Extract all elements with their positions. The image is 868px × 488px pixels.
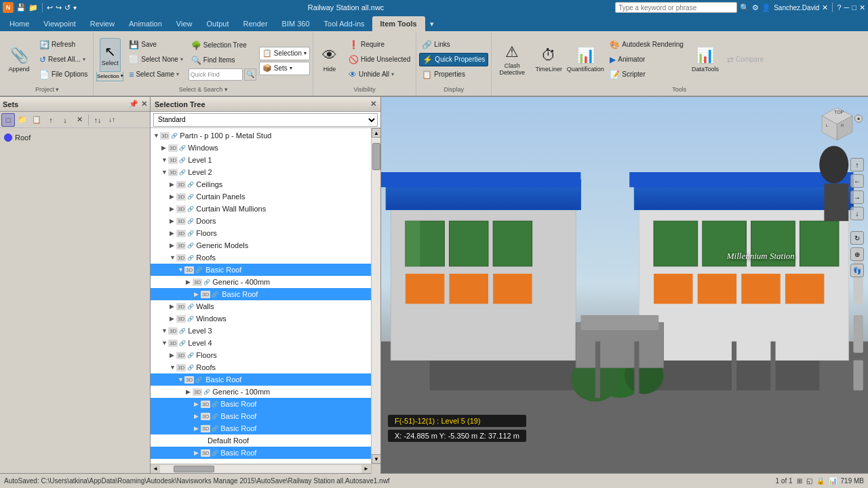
tree-row-basic-roof-l4[interactable]: ▼ 3D 🔗 Basic Roof (151, 373, 371, 386)
timeliner-button[interactable]: ⏱ TimeLiner (534, 38, 564, 81)
tree-row-basic-roof-2[interactable]: ▶ 3D 🔗 Basic Roof (151, 288, 371, 300)
hscroll-right-btn[interactable]: ► (361, 464, 371, 474)
quick-access-extra[interactable]: ▾ (73, 4, 77, 12)
tab-bim360[interactable]: BIM 360 (275, 16, 317, 31)
sort-asc-btn[interactable]: ↑↓ (91, 113, 104, 127)
status-icon3[interactable]: 🔒 (816, 477, 825, 485)
refresh-button[interactable]: 🔄 Refresh (37, 38, 90, 52)
tree-row-generic-400[interactable]: ▶ 3D 🔗 Generic - 400mm (151, 276, 371, 288)
animator-button[interactable]: ▶ Animator (607, 53, 686, 66)
tree-row-curtain-panels[interactable]: ▶ 3D 🔗 Curtain Panels (151, 190, 371, 203)
selection-label-btn[interactable]: 📋 Selection ▾ (259, 47, 310, 60)
append-button[interactable]: 📎 Append (4, 38, 34, 81)
unhide-all-dropdown[interactable]: ▾ (391, 71, 394, 77)
links-button[interactable]: 🔗 Links (419, 38, 488, 52)
datatools-button[interactable]: 📊 DataTools (690, 38, 720, 81)
delete-set-btn[interactable]: ✕ (73, 113, 86, 127)
pan-up-btn[interactable]: ↑ (850, 158, 864, 171)
tree-row-basic-roof-l4b[interactable]: ▶ 3D 🔗 Basic Roof (151, 410, 371, 422)
quick-access-redo[interactable]: ↪ (56, 3, 62, 12)
tab-view[interactable]: View (170, 16, 199, 31)
nav-cube-box[interactable]: TOP R L (815, 102, 859, 146)
pan-down-btn[interactable]: ↓ (850, 207, 864, 220)
quick-properties-button[interactable]: ⚡ Quick Properties (419, 53, 488, 66)
tab-tooladdins[interactable]: Tool Add-ins (317, 16, 372, 31)
select-dropdown-btn[interactable]: Selection ▾ (96, 72, 123, 81)
quick-find-btn[interactable]: 🔍 (244, 68, 256, 81)
select-same-button[interactable]: ≡ Select Same ▾ (126, 68, 185, 81)
tree-row-generic-models[interactable]: ▶ 3D 🔗 Generic Models (151, 239, 371, 251)
tab-animation[interactable]: Animation (122, 16, 169, 31)
viewport[interactable]: Millennium Station TOP (381, 97, 868, 473)
sort-desc-btn[interactable]: ↓↑ (105, 113, 119, 127)
quick-find-input-area[interactable]: Quick Find (189, 68, 243, 81)
scripter-button[interactable]: 📝 Scripter (607, 68, 686, 81)
hscroll-thumb[interactable] (174, 466, 214, 472)
select-button[interactable]: ↖ Select Selection ▾ (96, 38, 123, 81)
scroll-thumb[interactable] (372, 143, 380, 170)
copy-set-btn[interactable]: 📋 (30, 113, 43, 127)
tree-row-windows-l2[interactable]: ▶ 3D 🔗 Windows (151, 312, 371, 325)
find-items-button[interactable]: 🔍 Find Items (189, 54, 256, 67)
new-folder-btn[interactable]: 📁 (16, 113, 29, 127)
tab-viewpoint[interactable]: Viewpoint (37, 16, 83, 31)
sets-button[interactable]: 📦 Sets ▾ (259, 62, 310, 75)
maximize-btn[interactable]: □ (852, 3, 856, 12)
quick-access-undo[interactable]: ↩ (47, 3, 53, 12)
status-icon1[interactable]: ⊞ (797, 477, 802, 485)
move-down-btn[interactable]: ↓ (58, 113, 72, 127)
reset-all-dropdown[interactable]: ▾ (83, 56, 85, 62)
set-item-roof[interactable]: Roof (3, 131, 147, 144)
tree-row-level4[interactable]: ▼ 3D 🔗 Level 4 (151, 337, 371, 349)
tree-row-basic-roof-l4d[interactable]: ▶ 3D 🔗 Basic Roof (151, 447, 371, 459)
minimize-btn[interactable]: ─ (844, 3, 850, 12)
tab-itemtools[interactable]: Item Tools (372, 16, 425, 31)
tree-row-ceilings[interactable]: ▶ 3D 🔗 Ceilings (151, 178, 371, 190)
sel-tree-vscrollbar[interactable]: ▲ ▼ (371, 128, 380, 464)
tree-row-level2[interactable]: ▼ 3D 🔗 Level 2 (151, 166, 371, 178)
scroll-down-btn[interactable]: ▼ (372, 454, 380, 464)
signout-icon[interactable]: ✕ (822, 3, 828, 12)
tree-row-generic-100[interactable]: ▶ 3D 🔗 Generic - 100mm (151, 386, 371, 398)
tree-row-level3[interactable]: ▼ 3D 🔗 Level 3 (151, 325, 371, 337)
tree-row-basic-roof-l4a[interactable]: ▶ 3D 🔗 Basic Roof (151, 398, 371, 410)
tree-row-floors-l4[interactable]: ▶ 3D 🔗 Floors (151, 349, 371, 361)
status-icon4[interactable]: 📊 (829, 477, 837, 485)
tree-row-roofs-l4[interactable]: ▼ 3D 🔗 Roofs (151, 361, 371, 373)
tree-row-windows1[interactable]: ▶ 3D 🔗 Windows (151, 142, 371, 154)
quick-access-open[interactable]: 📁 (28, 3, 38, 12)
tab-output[interactable]: Output (200, 16, 236, 31)
require-button[interactable]: ❗ Require (346, 38, 413, 52)
user-icon[interactable]: 👤 (762, 3, 771, 12)
nav-cube[interactable]: TOP R L + (815, 102, 863, 150)
sel-tree-mode-select[interactable]: Standard (153, 113, 378, 127)
sel-tree-hscrollbar[interactable]: ◄ ► (151, 464, 380, 473)
clash-detective-button[interactable]: ⚠ Clash Detective (494, 38, 530, 81)
select-same-dropdown[interactable]: ▾ (176, 71, 179, 77)
tree-row-curtain-mullions[interactable]: ▶ 3D 🔗 Curtain Wall Mullions (151, 203, 371, 215)
tab-home[interactable]: Home (3, 16, 36, 31)
properties-button[interactable]: 📋 Properties (419, 68, 488, 81)
sel-tree-close-icon[interactable]: ✕ (370, 100, 376, 108)
close-btn[interactable]: ✕ (859, 3, 865, 12)
tree-row-partn[interactable]: ▼ 3D 🔗 Partn - p 100 p - Metal Stud (151, 129, 371, 142)
sets-pin-icon[interactable]: 📌 (129, 100, 138, 108)
walk-btn[interactable]: 👣 (850, 264, 864, 277)
tree-row-floors[interactable]: ▶ 3D 🔗 Floors (151, 227, 371, 239)
file-options-button[interactable]: 📄 File Options (37, 68, 90, 81)
tree-row-basic-roof-1[interactable]: ▼ 3D 🔗 Basic Roof (151, 264, 371, 276)
selection-tree-button[interactable]: 🌳 Selection Tree (189, 39, 256, 52)
search-input[interactable] (615, 2, 737, 13)
quick-access-refresh[interactable]: ↺ (64, 3, 71, 12)
tab-review[interactable]: Review (83, 16, 121, 31)
sets-close-icon[interactable]: ✕ (141, 100, 147, 108)
autodesk-rendering-button[interactable]: 🎨 Autodesk Rendering (607, 38, 686, 52)
options-icon[interactable]: ⚙ (752, 3, 759, 12)
tree-row-doors[interactable]: ▶ 3D 🔗 Doors (151, 215, 371, 227)
search-icon[interactable]: 🔍 (740, 3, 749, 12)
new-set-btn[interactable]: □ (1, 113, 15, 127)
pan-left-btn[interactable]: ← (850, 174, 864, 188)
hide-unselected-button[interactable]: 🚫 Hide Unselected (346, 53, 413, 66)
compare-button[interactable]: ⇄ Compare (724, 53, 766, 66)
help-icon[interactable]: ? (837, 3, 841, 12)
